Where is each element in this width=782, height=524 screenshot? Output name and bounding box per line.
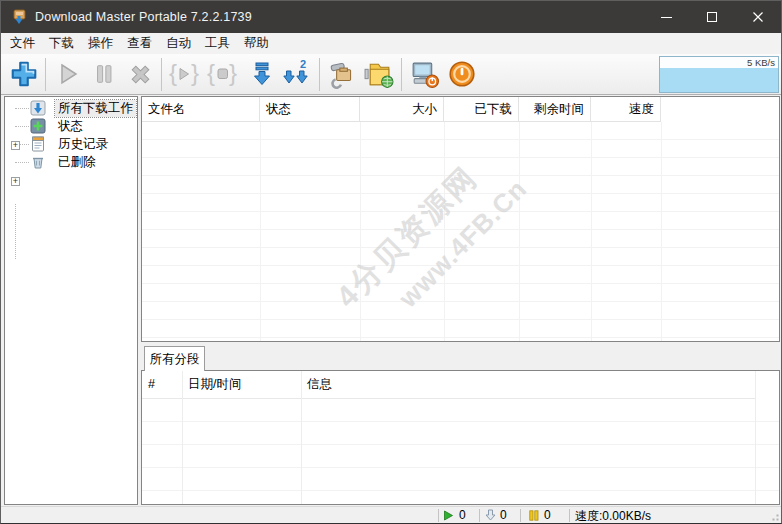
gridline	[591, 122, 592, 341]
shutdown-when-done-button[interactable]	[407, 57, 441, 91]
waiting-downloads-count: 0	[500, 508, 507, 522]
statusbar-separator	[520, 509, 521, 522]
column-header-speed[interactable]: 速度	[591, 97, 661, 122]
minimize-icon	[661, 17, 672, 18]
delete-download-button[interactable]	[123, 57, 157, 91]
minimize-button[interactable]	[643, 1, 689, 33]
window-controls	[643, 1, 781, 33]
svg-text:{: {	[169, 60, 177, 86]
tree-item-deleted[interactable]: 已删除	[5, 153, 137, 171]
column-header-time-left[interactable]: 剩余时间	[519, 97, 591, 122]
gridline	[755, 371, 756, 504]
active-downloads-count: 0	[459, 508, 466, 522]
multi-download-icon: 2	[282, 59, 314, 89]
column-header-index[interactable]: #	[142, 371, 182, 398]
close-icon	[752, 11, 764, 23]
status-icon	[30, 118, 46, 134]
download-list-body	[142, 122, 779, 341]
tree-item-label: 历史记录	[55, 136, 111, 153]
app-icon	[11, 9, 27, 25]
plus-icon	[9, 59, 39, 89]
download-list-panel: 文件名 状态 大小 已下载 剩余时间 速度	[141, 96, 780, 342]
statusbar-separator	[479, 509, 480, 522]
multi-download-badge: 2	[300, 59, 306, 70]
toolbox-icon	[327, 59, 357, 89]
toolbar-separator	[401, 58, 402, 91]
app-window: Download Master Portable 7.2.2.1739 文件 下…	[0, 0, 782, 524]
log-panel: # 日期/时间 信息	[141, 370, 780, 505]
svg-text:}: }	[229, 60, 237, 86]
gridline	[444, 122, 445, 341]
statusbar: 0 0 0 速度:0.00KB/s	[1, 506, 781, 523]
menu-item-download[interactable]: 下载	[42, 33, 81, 54]
menubar: 文件 下载 操作 查看 自动 工具 帮助	[1, 33, 781, 54]
toolbar-separator	[45, 58, 46, 91]
tree-item-all-downloads[interactable]: 所有下载工作	[5, 99, 137, 117]
stop-all-button[interactable]: { }	[205, 57, 239, 91]
tree-item-label: 所有下载工作	[55, 100, 136, 117]
maximize-button[interactable]	[689, 1, 735, 33]
exit-button[interactable]	[445, 57, 479, 91]
paused-downloads-count: 0	[544, 508, 551, 522]
maximize-icon	[707, 12, 717, 22]
pause-icon	[92, 62, 116, 86]
menu-item-tools[interactable]: 工具	[198, 33, 237, 54]
gridline	[519, 122, 520, 341]
folder-globe-icon	[363, 60, 394, 89]
log-body	[142, 399, 779, 504]
tree-line	[15, 204, 16, 259]
delete-x-icon	[127, 61, 154, 88]
resize-grip[interactable]	[769, 511, 779, 521]
window-title: Download Master Portable 7.2.2.1739	[35, 10, 252, 24]
start-download-button[interactable]	[51, 57, 85, 91]
column-header-downloaded[interactable]: 已下载	[444, 97, 519, 122]
start-all-icon: { }	[168, 60, 200, 88]
statusbar-separator	[438, 509, 439, 522]
tree-item-label: 已删除	[55, 154, 99, 171]
all-downloads-icon	[30, 100, 46, 116]
menu-item-help[interactable]: 帮助	[237, 33, 276, 54]
trash-icon	[30, 154, 46, 170]
expand-icon[interactable]: +	[11, 177, 20, 186]
batch-download-button[interactable]	[245, 57, 279, 91]
tree-item-status[interactable]: + 状态	[5, 117, 137, 135]
tab-all-segments[interactable]: 所有分段	[144, 346, 205, 371]
toolbar-separator	[161, 58, 162, 91]
play-icon	[55, 61, 81, 87]
column-header-filename[interactable]: 文件名	[142, 97, 260, 122]
statusbar-speed: 速度:0.00KB/s	[575, 508, 651, 524]
column-header-datetime[interactable]: 日期/时间	[182, 371, 301, 398]
column-header-status[interactable]: 状态	[260, 97, 360, 122]
power-icon	[447, 59, 477, 89]
menu-item-automation[interactable]: 自动	[159, 33, 198, 54]
tools-button[interactable]	[325, 57, 359, 91]
column-header-info[interactable]: 信息	[301, 371, 601, 398]
svg-text:{: {	[207, 60, 215, 86]
category-tree: 所有下载工作 + 状态 + 历史记录 已删除	[4, 96, 138, 505]
speed-graph: 5 KB/s	[659, 56, 779, 93]
column-header-size[interactable]: 大小	[360, 97, 444, 122]
tree-item-history[interactable]: + 历史记录	[5, 135, 137, 153]
paused-downloads-icon	[529, 510, 539, 521]
speed-graph-label: 5 KB/s	[660, 57, 778, 68]
add-download-button[interactable]	[7, 57, 41, 91]
toolbar-separator	[319, 58, 320, 91]
menu-item-view[interactable]: 查看	[120, 33, 159, 54]
toolbar: { } { } 2	[1, 54, 781, 95]
multi-download-button[interactable]: 2	[281, 57, 315, 91]
close-button[interactable]	[735, 1, 781, 33]
start-all-button[interactable]: { }	[167, 57, 201, 91]
menu-item-actions[interactable]: 操作	[81, 33, 120, 54]
statusbar-separator	[569, 509, 570, 522]
menu-item-file[interactable]: 文件	[3, 33, 42, 54]
history-icon	[30, 136, 46, 152]
gridline	[360, 122, 361, 341]
pause-download-button[interactable]	[87, 57, 121, 91]
active-downloads-icon	[443, 510, 454, 521]
open-folder-button[interactable]	[361, 57, 395, 91]
computer-power-icon	[409, 60, 440, 89]
waiting-downloads-icon	[485, 509, 496, 521]
titlebar: Download Master Portable 7.2.2.1739	[1, 1, 781, 33]
stop-all-icon: { }	[206, 60, 238, 88]
gridline	[182, 371, 183, 504]
